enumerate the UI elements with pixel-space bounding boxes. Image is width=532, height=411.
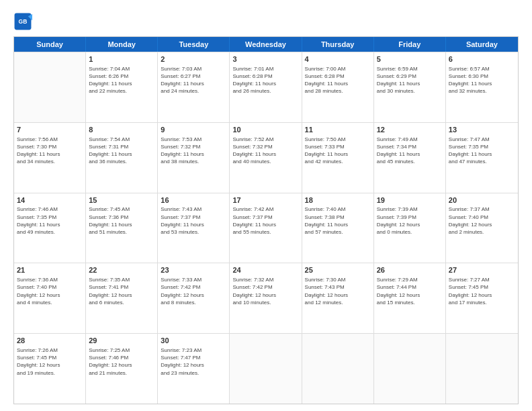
day-number: 29 — [89, 336, 154, 346]
calendar-cell-18: 18Sunrise: 7:40 AM Sunset: 7:38 PM Dayli… — [302, 193, 374, 263]
header-day-thursday: Thursday — [302, 37, 374, 52]
calendar-cell-7: 7Sunrise: 7:56 AM Sunset: 7:30 PM Daylig… — [14, 123, 86, 193]
calendar-cell-empty-4-6 — [446, 334, 518, 404]
day-number: 7 — [17, 125, 83, 135]
calendar-row-0: 1Sunrise: 7:04 AM Sunset: 6:26 PM Daylig… — [14, 52, 518, 122]
calendar-cell-26: 26Sunrise: 7:29 AM Sunset: 7:44 PM Dayli… — [374, 263, 446, 333]
day-number: 30 — [161, 336, 226, 346]
calendar-cell-16: 16Sunrise: 7:43 AM Sunset: 7:37 PM Dayli… — [158, 193, 230, 263]
calendar-row-3: 21Sunrise: 7:36 AM Sunset: 7:40 PM Dayli… — [14, 263, 518, 333]
day-number: 27 — [449, 265, 515, 275]
cell-info: Sunrise: 7:37 AM Sunset: 7:40 PM Dayligh… — [449, 205, 515, 236]
header-day-tuesday: Tuesday — [158, 37, 230, 52]
header-day-sunday: Sunday — [14, 37, 86, 52]
cell-info: Sunrise: 7:49 AM Sunset: 7:34 PM Dayligh… — [377, 136, 443, 166]
logo: GB — [13, 12, 35, 31]
day-number: 24 — [232, 265, 298, 275]
calendar-cell-empty-4-4 — [302, 334, 374, 404]
calendar-cell-22: 22Sunrise: 7:35 AM Sunset: 7:41 PM Dayli… — [86, 263, 158, 333]
day-number: 10 — [232, 125, 298, 135]
calendar-body: 1Sunrise: 7:04 AM Sunset: 6:26 PM Daylig… — [14, 52, 518, 404]
calendar-cell-8: 8Sunrise: 7:54 AM Sunset: 7:31 PM Daylig… — [86, 123, 158, 193]
calendar: SundayMondayTuesdayWednesdayThursdayFrid… — [13, 36, 519, 404]
cell-info: Sunrise: 7:45 AM Sunset: 7:36 PM Dayligh… — [89, 205, 154, 236]
calendar-header: SundayMondayTuesdayWednesdayThursdayFrid… — [14, 37, 518, 52]
day-number: 9 — [161, 125, 226, 135]
day-number: 1 — [89, 54, 154, 64]
day-number: 12 — [377, 125, 443, 135]
cell-info: Sunrise: 6:59 AM Sunset: 6:29 PM Dayligh… — [377, 65, 443, 95]
calendar-cell-10: 10Sunrise: 7:52 AM Sunset: 7:32 PM Dayli… — [230, 123, 302, 193]
cell-info: Sunrise: 7:40 AM Sunset: 7:38 PM Dayligh… — [305, 205, 371, 236]
calendar-cell-empty-4-3 — [230, 334, 302, 404]
cell-info: Sunrise: 7:26 AM Sunset: 7:45 PM Dayligh… — [17, 347, 83, 377]
cell-info: Sunrise: 7:04 AM Sunset: 6:26 PM Dayligh… — [89, 65, 154, 95]
day-number: 23 — [161, 265, 226, 275]
calendar-cell-1: 1Sunrise: 7:04 AM Sunset: 6:26 PM Daylig… — [86, 52, 158, 122]
cell-info: Sunrise: 7:27 AM Sunset: 7:45 PM Dayligh… — [449, 276, 515, 306]
cell-info: Sunrise: 7:46 AM Sunset: 7:35 PM Dayligh… — [17, 205, 83, 236]
calendar-cell-9: 9Sunrise: 7:53 AM Sunset: 7:32 PM Daylig… — [158, 123, 230, 193]
calendar-row-4: 28Sunrise: 7:26 AM Sunset: 7:45 PM Dayli… — [14, 333, 518, 404]
cell-info: Sunrise: 7:01 AM Sunset: 6:28 PM Dayligh… — [232, 65, 298, 95]
cell-info: Sunrise: 7:30 AM Sunset: 7:43 PM Dayligh… — [305, 276, 371, 306]
day-number: 22 — [89, 265, 154, 275]
calendar-cell-3: 3Sunrise: 7:01 AM Sunset: 6:28 PM Daylig… — [230, 52, 302, 122]
cell-info: Sunrise: 7:52 AM Sunset: 7:32 PM Dayligh… — [232, 136, 298, 166]
cell-info: Sunrise: 7:36 AM Sunset: 7:40 PM Dayligh… — [17, 276, 83, 306]
page: GB SundayMondayTuesdayWednesdayThursdayF… — [0, 0, 532, 411]
day-number: 21 — [17, 265, 83, 275]
calendar-cell-empty-0-0 — [14, 52, 86, 122]
calendar-row-1: 7Sunrise: 7:56 AM Sunset: 7:30 PM Daylig… — [14, 122, 518, 193]
day-number: 17 — [232, 195, 298, 205]
calendar-cell-30: 30Sunrise: 7:23 AM Sunset: 7:47 PM Dayli… — [158, 334, 230, 404]
day-number: 15 — [89, 195, 154, 205]
cell-info: Sunrise: 7:47 AM Sunset: 7:35 PM Dayligh… — [449, 136, 515, 166]
cell-info: Sunrise: 7:03 AM Sunset: 6:27 PM Dayligh… — [161, 65, 226, 95]
header-day-saturday: Saturday — [446, 37, 518, 52]
day-number: 20 — [449, 195, 515, 205]
day-number: 14 — [17, 195, 83, 205]
cell-info: Sunrise: 7:54 AM Sunset: 7:31 PM Dayligh… — [89, 136, 154, 166]
calendar-cell-2: 2Sunrise: 7:03 AM Sunset: 6:27 PM Daylig… — [158, 52, 230, 122]
calendar-cell-20: 20Sunrise: 7:37 AM Sunset: 7:40 PM Dayli… — [446, 193, 518, 263]
day-number: 11 — [305, 125, 371, 135]
header-day-monday: Monday — [86, 37, 158, 52]
day-number: 26 — [377, 265, 443, 275]
day-number: 6 — [449, 54, 515, 64]
calendar-cell-19: 19Sunrise: 7:39 AM Sunset: 7:39 PM Dayli… — [374, 193, 446, 263]
day-number: 28 — [17, 336, 83, 346]
calendar-cell-24: 24Sunrise: 7:32 AM Sunset: 7:42 PM Dayli… — [230, 263, 302, 333]
calendar-cell-28: 28Sunrise: 7:26 AM Sunset: 7:45 PM Dayli… — [14, 334, 86, 404]
cell-info: Sunrise: 7:50 AM Sunset: 7:33 PM Dayligh… — [305, 136, 371, 166]
calendar-cell-5: 5Sunrise: 6:59 AM Sunset: 6:29 PM Daylig… — [374, 52, 446, 122]
day-number: 13 — [449, 125, 515, 135]
calendar-cell-21: 21Sunrise: 7:36 AM Sunset: 7:40 PM Dayli… — [14, 263, 86, 333]
header-day-friday: Friday — [374, 37, 446, 52]
day-number: 3 — [232, 54, 298, 64]
calendar-row-2: 14Sunrise: 7:46 AM Sunset: 7:35 PM Dayli… — [14, 193, 518, 263]
cell-info: Sunrise: 7:32 AM Sunset: 7:42 PM Dayligh… — [232, 276, 298, 306]
day-number: 16 — [161, 195, 226, 205]
calendar-cell-27: 27Sunrise: 7:27 AM Sunset: 7:45 PM Dayli… — [446, 263, 518, 333]
cell-info: Sunrise: 7:53 AM Sunset: 7:32 PM Dayligh… — [161, 136, 226, 166]
cell-info: Sunrise: 7:33 AM Sunset: 7:42 PM Dayligh… — [161, 276, 226, 306]
day-number: 4 — [305, 54, 371, 64]
cell-info: Sunrise: 7:25 AM Sunset: 7:46 PM Dayligh… — [89, 347, 154, 377]
day-number: 8 — [89, 125, 154, 135]
calendar-cell-empty-4-5 — [374, 334, 446, 404]
svg-text:GB: GB — [19, 18, 28, 25]
day-number: 5 — [377, 54, 443, 64]
header: GB — [13, 12, 519, 31]
cell-info: Sunrise: 7:29 AM Sunset: 7:44 PM Dayligh… — [377, 276, 443, 306]
calendar-cell-4: 4Sunrise: 7:00 AM Sunset: 6:28 PM Daylig… — [302, 52, 374, 122]
calendar-cell-29: 29Sunrise: 7:25 AM Sunset: 7:46 PM Dayli… — [86, 334, 158, 404]
day-number: 25 — [305, 265, 371, 275]
cell-info: Sunrise: 7:43 AM Sunset: 7:37 PM Dayligh… — [161, 205, 226, 236]
cell-info: Sunrise: 7:35 AM Sunset: 7:41 PM Dayligh… — [89, 276, 154, 306]
calendar-cell-6: 6Sunrise: 6:57 AM Sunset: 6:30 PM Daylig… — [446, 52, 518, 122]
day-number: 18 — [305, 195, 371, 205]
logo-icon: GB — [13, 12, 32, 31]
calendar-cell-23: 23Sunrise: 7:33 AM Sunset: 7:42 PM Dayli… — [158, 263, 230, 333]
cell-info: Sunrise: 7:23 AM Sunset: 7:47 PM Dayligh… — [161, 347, 226, 377]
